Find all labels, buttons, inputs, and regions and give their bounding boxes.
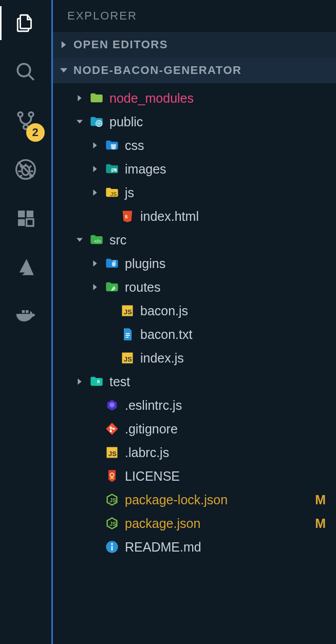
readme-icon [104, 539, 120, 555]
activity-explorer[interactable] [13, 10, 39, 36]
license-icon [104, 468, 120, 484]
tree-item-label: plugins [125, 256, 336, 271]
chevron-right-icon [77, 378, 84, 385]
chevron-right-icon [77, 95, 84, 101]
section-open-editors[interactable]: OPEN EDITORS [53, 32, 336, 58]
chevron-down-icon [60, 67, 67, 74]
file-item[interactable]: .gitignore [53, 417, 336, 441]
folder-images-icon [104, 161, 120, 177]
tree-item-label: js [125, 185, 336, 200]
tree-item-label: bacon.txt [140, 327, 336, 342]
svg-text:JS: JS [124, 355, 132, 363]
tree-item-label: routes [125, 280, 336, 295]
tree-item-label: test [109, 374, 336, 389]
folder-item[interactable]: public [53, 110, 336, 134]
file-item[interactable]: LICENSE [53, 464, 336, 488]
svg-rect-18 [115, 260, 116, 262]
file-item[interactable]: JS.labrc.js [53, 441, 336, 464]
tree-item-label: .eslintrc.js [125, 398, 336, 413]
file-item[interactable]: README.md [53, 535, 336, 559]
svg-text:</>: </> [94, 239, 101, 244]
file-item[interactable]: bacon.txt [53, 323, 336, 346]
section-workspace[interactable]: NODE-BACON-GENERATOR [53, 58, 336, 83]
file-item[interactable]: JSbacon.js [53, 299, 336, 323]
activity-azure[interactable] [13, 254, 39, 280]
tree-item-label: css [125, 138, 336, 153]
folder-routes-icon [104, 279, 120, 295]
file-item[interactable]: 5index.html [53, 204, 336, 228]
svg-rect-34 [111, 546, 113, 551]
folder-item[interactable]: test [53, 370, 336, 393]
explorer-sidebar: EXPLORER OPEN EDITORS NODE-BACON-GENERAT… [51, 0, 336, 644]
folder-item[interactable]: </>src [53, 228, 336, 252]
svg-rect-17 [113, 260, 114, 262]
activity-search[interactable] [13, 59, 39, 85]
svg-point-35 [111, 543, 113, 545]
svg-rect-24 [97, 383, 100, 385]
svg-point-2 [29, 112, 33, 117]
folder-item[interactable]: css [53, 134, 336, 157]
git-status-badge: M [315, 516, 336, 531]
txt-icon [120, 327, 135, 342]
svg-text:JS: JS [108, 450, 117, 458]
folder-item[interactable]: routes [53, 275, 336, 299]
sidebar-title: EXPLORER [53, 0, 336, 32]
tree-item-label: package.json [125, 516, 310, 531]
folder-item[interactable]: node_modules [53, 86, 336, 110]
debug-icon [14, 158, 37, 181]
svg-text:5: 5 [125, 214, 127, 219]
folder-item[interactable]: images [53, 157, 336, 181]
docker-icon [14, 305, 37, 327]
extensions-icon [15, 208, 36, 229]
file-item[interactable]: JSindex.js [53, 346, 336, 370]
folder-item[interactable]: plugins [53, 252, 336, 275]
activity-debug[interactable] [13, 157, 39, 182]
js-icon: JS [120, 303, 135, 318]
svg-rect-9 [22, 310, 24, 313]
folder-green-icon [89, 90, 104, 106]
tree-item-label: LICENSE [125, 469, 336, 484]
chevron-down-icon [77, 119, 84, 125]
folder-plugins-icon [104, 256, 120, 271]
nodejs-icon: JS [104, 492, 120, 507]
tree-item-label: src [109, 233, 336, 248]
activity-docker[interactable] [13, 303, 39, 329]
js-icon: JS [120, 350, 135, 366]
search-icon [15, 61, 36, 83]
tree-item-label: package-lock.json [125, 493, 310, 507]
section-label: OPEN EDITORS [73, 38, 168, 51]
file-item[interactable]: .eslintrc.js [53, 393, 336, 417]
chevron-down-icon [77, 237, 84, 243]
chevron-right-icon [92, 142, 99, 148]
chevron-right-icon [92, 284, 99, 290]
svg-text:JS: JS [110, 191, 117, 197]
svg-point-13 [113, 169, 114, 171]
tree-item-label: index.html [140, 209, 336, 224]
chevron-right-icon [92, 190, 99, 196]
activity-bar: 2 [0, 0, 51, 644]
tree-item-label: README.md [125, 540, 336, 555]
chevron-right-icon [92, 166, 99, 172]
section-label: NODE-BACON-GENERATOR [73, 64, 241, 77]
tree-item-label: images [125, 162, 336, 177]
svg-text:JS: JS [124, 308, 132, 316]
svg-rect-10 [26, 310, 29, 313]
file-item[interactable]: JSpackage.jsonM [53, 512, 336, 535]
nodejs-icon: JS [104, 516, 120, 531]
eslint-icon [104, 397, 120, 413]
svg-point-0 [17, 64, 30, 77]
activity-source-control[interactable]: 2 [13, 108, 39, 134]
svg-point-1 [18, 112, 23, 117]
tree-item-label: .gitignore [125, 422, 336, 437]
folder-public-icon [89, 114, 104, 129]
activity-extensions[interactable] [13, 205, 39, 231]
azure-icon [15, 256, 36, 278]
folder-item[interactable]: JSjs [53, 181, 336, 204]
file-item[interactable]: JSpackage-lock.jsonM [53, 488, 336, 512]
folder-src-icon: </> [89, 232, 104, 248]
tree-item-label: .labrc.js [125, 445, 336, 460]
git-status-badge: M [315, 493, 336, 507]
svg-text:JS: JS [109, 521, 116, 527]
tree-item-label: public [109, 115, 336, 129]
folder-js-icon: JS [104, 185, 120, 200]
